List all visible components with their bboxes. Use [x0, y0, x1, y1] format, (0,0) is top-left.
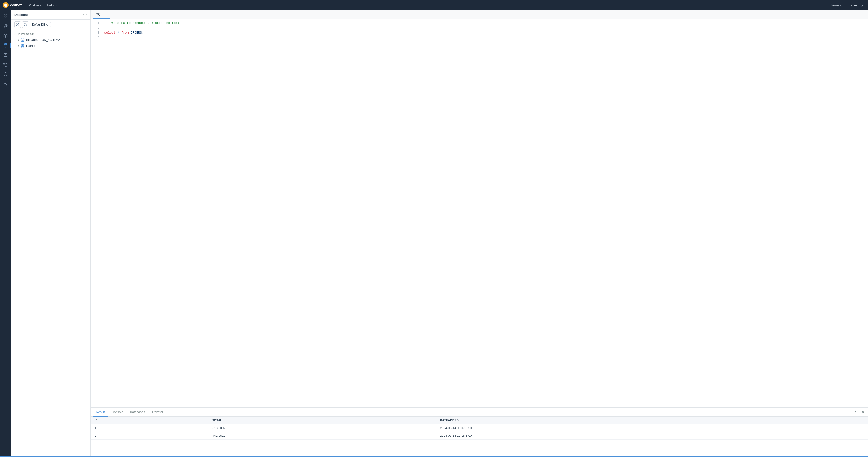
tree-expand-icon — [17, 38, 19, 41]
menu-help[interactable]: Help — [45, 2, 59, 8]
tab-close-button[interactable]: ✕ — [104, 12, 107, 16]
sidebar-item-layers[interactable] — [1, 31, 10, 40]
database-tree: DATABASE INFORMATION_SCHEMA — [11, 30, 90, 456]
table-header: ID TOTAL DATEADDED — [91, 417, 868, 424]
code-line-5 — [104, 40, 866, 45]
cell-date-2: 2024-08-14 12:15:57.0 — [436, 432, 868, 439]
theme-button[interactable]: Theme — [827, 2, 844, 8]
chevron-down-icon — [40, 3, 43, 6]
result-panel: Result Console Databases Transfer ∧ ✕ — [91, 407, 868, 456]
schema-icon — [21, 44, 25, 48]
result-tab-transfer[interactable]: Transfer — [148, 408, 167, 417]
icon-sidebar — [0, 10, 11, 456]
star-operator: * — [118, 31, 119, 34]
header-row: ID TOTAL DATEADDED — [91, 417, 868, 424]
close-result-button[interactable]: ✕ — [860, 409, 866, 415]
tree-item-information-schema[interactable]: INFORMATION_SCHEMA — [14, 37, 87, 43]
database-selector[interactable]: DefaultDB — [30, 22, 51, 27]
sidebar-item-database[interactable] — [1, 41, 10, 50]
navbar: c codbex Window Help Theme admin — [0, 0, 868, 10]
sidebar-item-tools[interactable] — [1, 22, 10, 30]
sidebar-item-shield[interactable] — [1, 70, 10, 79]
chevron-down-icon — [840, 3, 843, 6]
cell-id-1: 1 — [91, 424, 209, 432]
result-tab-result[interactable]: Result — [93, 408, 108, 417]
svg-point-13 — [21, 38, 24, 39]
code-line-1: -- Press F8 to execute the selected text — [104, 21, 866, 26]
tab-sql[interactable]: SQL ✕ — [93, 10, 111, 19]
result-tab-databases[interactable]: Databases — [127, 408, 148, 417]
chevron-down-icon — [54, 3, 58, 6]
sidebar-item-dashboard[interactable] — [1, 12, 10, 21]
sidebar-item-history[interactable] — [1, 60, 10, 69]
schema-icon — [21, 38, 25, 42]
line-numbers: 1 2 3 4 5 — [91, 21, 102, 405]
svg-rect-2 — [4, 15, 5, 16]
cell-date-1: 2024-08-14 08:07:38.0 — [436, 424, 868, 432]
result-tab-console[interactable]: Console — [108, 408, 127, 417]
editor-area: 1 2 3 4 5 -- Press F8 to execute the sel… — [91, 19, 868, 407]
db-toolbar: DefaultDB — [11, 20, 90, 30]
app-name: codbex — [10, 3, 22, 7]
navbar-menu: Window Help — [26, 2, 59, 8]
sidebar-item-terminal[interactable] — [1, 51, 10, 59]
app-logo[interactable]: c codbex — [3, 2, 22, 8]
tree-item-public[interactable]: PUBLIC — [14, 43, 87, 49]
db-sidebar-title: Database — [14, 13, 28, 17]
svg-point-7 — [4, 44, 7, 45]
tab-bar: SQL ✕ — [91, 10, 868, 19]
result-tabs: Result Console Databases Transfer ∧ ✕ — [91, 407, 868, 417]
table-row[interactable]: 2 442.9612 2024-08-14 12:15:57.0 — [91, 432, 868, 439]
col-id: ID — [91, 417, 209, 424]
svg-rect-3 — [6, 15, 7, 16]
db-sidebar-header: Database ··· — [11, 10, 90, 20]
database-sidebar: Database ··· DefaultDB — [11, 10, 91, 456]
svg-point-14 — [21, 44, 24, 45]
code-line-3: select * from ORDERS; — [104, 30, 866, 35]
table-body: 1 513.9002 2024-08-14 08:07:38.0 2 442.9… — [91, 424, 868, 439]
svg-marker-6 — [4, 34, 7, 36]
result-table-container: ID TOTAL DATEADDED 1 513.9002 2024-08-14… — [91, 417, 868, 456]
result-tab-actions: ∧ ✕ — [852, 409, 866, 415]
database-section: DATABASE INFORMATION_SCHEMA — [11, 32, 90, 50]
navbar-right: Theme admin — [827, 2, 865, 8]
more-options-button[interactable]: ··· — [83, 12, 87, 17]
chevron-down-icon — [46, 23, 50, 26]
keyword-from: from — [121, 31, 129, 34]
sidebar-item-activity[interactable] — [1, 80, 10, 88]
cell-total-2: 442.9612 — [209, 432, 436, 439]
database-section-header: DATABASE — [14, 33, 87, 36]
code-editor[interactable]: 1 2 3 4 5 -- Press F8 to execute the sel… — [91, 19, 868, 407]
col-dateadded: DATEADDED — [436, 417, 868, 424]
user-menu-button[interactable]: admin — [848, 2, 865, 8]
svg-rect-5 — [6, 17, 7, 18]
svg-text:c: c — [5, 4, 6, 6]
svg-rect-4 — [4, 17, 5, 18]
section-expand-icon — [14, 32, 18, 36]
cell-total-1: 513.9002 — [209, 424, 436, 432]
main-layout: Database ··· DefaultDB — [0, 10, 868, 456]
table-row[interactable]: 1 513.9002 2024-08-14 08:07:38.0 — [91, 424, 868, 432]
svg-rect-8 — [4, 53, 7, 57]
add-connection-button[interactable] — [14, 22, 21, 28]
main-content: SQL ✕ 1 2 3 4 5 -- Press F8 to execute t… — [91, 10, 868, 456]
table-name: ORDERS — [130, 31, 142, 34]
panel-area: Database ··· DefaultDB — [11, 10, 868, 456]
cell-id-2: 2 — [91, 432, 209, 439]
chevron-down-icon — [860, 3, 863, 6]
keyword-select: select — [104, 31, 116, 34]
refresh-button[interactable] — [22, 22, 28, 28]
logo-icon: c — [3, 2, 9, 8]
col-total: TOTAL — [209, 417, 436, 424]
collapse-button[interactable]: ∧ — [852, 409, 858, 415]
menu-window[interactable]: Window — [26, 2, 44, 8]
code-line-4 — [104, 35, 866, 40]
bottom-bar — [0, 456, 868, 457]
tree-expand-icon — [17, 44, 19, 48]
code-lines: -- Press F8 to execute the selected text… — [102, 21, 868, 405]
result-table: ID TOTAL DATEADDED 1 513.9002 2024-08-14… — [91, 417, 868, 439]
code-line-2 — [104, 26, 866, 30]
